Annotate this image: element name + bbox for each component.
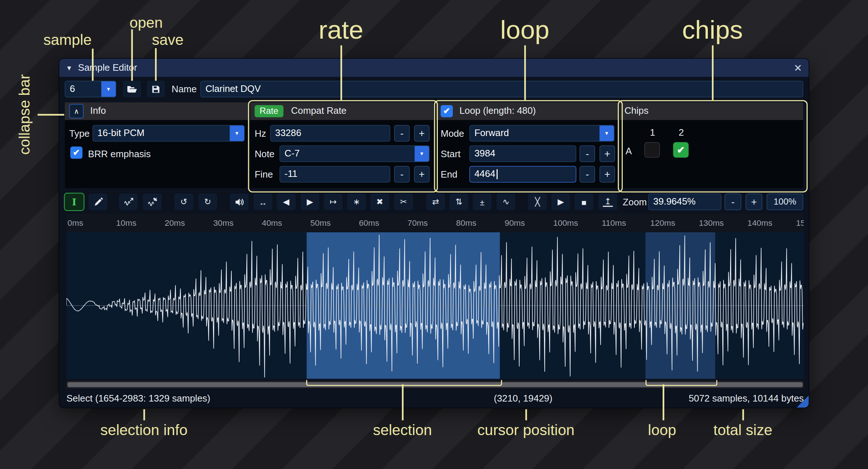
- page-background: ▼ Sample Editor ✕ 6 ▼ Name Clarinet DQV …: [0, 0, 868, 469]
- scrollbar-thumb[interactable]: [67, 382, 803, 387]
- hz-input[interactable]: 33286: [270, 125, 390, 142]
- select-tool-button[interactable]: I: [65, 194, 84, 210]
- fine-plus-button[interactable]: +: [414, 166, 429, 182]
- mode-label: Mode: [441, 128, 464, 139]
- fine-input[interactable]: -11: [279, 166, 390, 182]
- crossfade-loop-button[interactable]: ╳: [528, 194, 547, 210]
- loop-end-input[interactable]: 4464: [470, 166, 576, 182]
- apply-silence-button[interactable]: ∗: [347, 194, 366, 210]
- collapse-info-button[interactable]: ∧: [69, 104, 84, 118]
- annotation-rate: rate: [319, 14, 363, 44]
- stop-preview-button[interactable]: ■: [575, 194, 594, 210]
- mode-select[interactable]: Forward ▼: [470, 125, 615, 142]
- close-icon[interactable]: ✕: [794, 62, 802, 74]
- annotation-save: save: [152, 31, 184, 49]
- chip-row-label: A: [625, 146, 632, 157]
- loop-end-minus-button[interactable]: -: [580, 166, 595, 182]
- resize-grip[interactable]: [796, 395, 809, 407]
- zoom-in-button[interactable]: +: [746, 194, 763, 210]
- ruler-label: 140ms: [748, 218, 772, 228]
- fade-in-button[interactable]: ◀: [277, 194, 296, 210]
- hz-minus-button[interactable]: -: [394, 125, 409, 142]
- cross-icon: ✖: [376, 197, 383, 207]
- play-icon: ▶: [558, 197, 564, 207]
- info-panel-header: ∧ Info: [65, 102, 249, 120]
- zoom-reset-button[interactable]: 100%: [767, 194, 803, 210]
- stop-icon: ■: [582, 197, 587, 207]
- save-button[interactable]: [147, 81, 165, 97]
- sample-select[interactable]: 6 ▼: [65, 81, 116, 97]
- ruler-label: 30ms: [213, 218, 234, 228]
- open-button[interactable]: [123, 81, 141, 97]
- fine-value: -11: [285, 169, 297, 180]
- invert-button[interactable]: ⇅: [450, 194, 468, 210]
- type-select[interactable]: 16-bit PCM ▼: [92, 125, 244, 142]
- fine-minus-button[interactable]: -: [394, 166, 409, 182]
- name-value: Clarinet DQV: [205, 84, 261, 94]
- loop-panel: ✔ Loop (length: 480) Mode Forward ▼ Star…: [436, 102, 618, 188]
- note-label: Note: [255, 149, 275, 160]
- preview-button[interactable]: ▶: [551, 194, 570, 210]
- bar-arrow-icon: ↦: [330, 197, 337, 207]
- ruler-label: 80ms: [456, 218, 477, 228]
- text-cursor: [497, 169, 498, 179]
- sample-dropdown-icon[interactable]: ▼: [101, 81, 116, 97]
- resize-button[interactable]: [119, 194, 138, 210]
- i-beam-icon: I: [72, 196, 76, 207]
- status-total-size: 5072 samples, 10144 bytes: [689, 393, 804, 404]
- amplify-button[interactable]: [230, 194, 249, 210]
- insert-silence-button[interactable]: ↦: [324, 194, 343, 210]
- zoom-input[interactable]: 39.9645%: [648, 194, 721, 210]
- annotation-cursor-position: cursor position: [477, 422, 574, 439]
- scissors-icon: ✂: [400, 197, 407, 207]
- type-label: Type: [69, 128, 90, 139]
- redo-button[interactable]: ↻: [198, 194, 217, 210]
- trim-button[interactable]: ✂: [394, 194, 413, 210]
- loop-end-label: End: [441, 169, 458, 180]
- ruler-label: 40ms: [262, 218, 282, 228]
- normalize-button[interactable]: ↔: [254, 194, 273, 210]
- window-collapse-icon[interactable]: ▼: [66, 64, 73, 71]
- status-cursor-position: (3210, 19429): [494, 393, 552, 404]
- loop-enable-checkbox[interactable]: ✔: [441, 105, 453, 117]
- filter-button[interactable]: ∿: [497, 194, 516, 210]
- titlebar: ▼ Sample Editor ✕: [59, 59, 809, 77]
- zoom-out-button[interactable]: -: [725, 194, 741, 210]
- window-title: Sample Editor: [78, 62, 137, 73]
- triangle-left-icon: ◀: [283, 197, 290, 207]
- hz-plus-button[interactable]: +: [414, 125, 429, 142]
- ruler-label: 20ms: [165, 218, 185, 228]
- loop-start-minus-button[interactable]: -: [580, 146, 595, 162]
- loop-start-label: Start: [441, 149, 460, 160]
- name-input[interactable]: Clarinet DQV: [200, 81, 803, 97]
- type-dropdown-icon[interactable]: ▼: [230, 125, 244, 141]
- loop-end-value: 4464: [474, 169, 495, 180]
- resample-button[interactable]: [143, 194, 162, 210]
- note-dropdown-icon[interactable]: ▼: [414, 146, 429, 161]
- chip-a-2-checkbox[interactable]: ✔: [673, 142, 688, 158]
- note-select[interactable]: C-7 ▼: [279, 146, 429, 162]
- loop-end-plus-button[interactable]: +: [599, 166, 615, 182]
- delete-button[interactable]: ✖: [370, 194, 389, 210]
- chip-a-1-checkbox[interactable]: [644, 142, 660, 158]
- hz-value: 33286: [275, 128, 301, 139]
- annotation-collapse-bar: collapse bar: [16, 74, 34, 155]
- waveform-display[interactable]: [66, 232, 804, 379]
- zoom-value: 39.9645%: [653, 196, 695, 207]
- waveform-scrollbar[interactable]: [66, 381, 804, 388]
- brr-emphasis-checkbox[interactable]: ✔: [70, 147, 82, 159]
- undo-button[interactable]: ↺: [174, 194, 193, 210]
- chips-panel-title: Chips: [624, 106, 648, 117]
- loop-panel-header: ✔ Loop (length: 480): [436, 102, 618, 120]
- export-wavetable-button[interactable]: ↥: [598, 194, 617, 210]
- note-value: C-7: [285, 148, 300, 159]
- mode-dropdown-icon[interactable]: ▼: [599, 125, 614, 141]
- fade-out-button[interactable]: ▶: [301, 194, 320, 210]
- sign-flip-button[interactable]: ±: [473, 194, 492, 210]
- loop-start-plus-button[interactable]: +: [599, 146, 615, 162]
- ruler-label: 100ms: [553, 218, 578, 228]
- draw-tool-button[interactable]: [89, 194, 108, 210]
- reverse-button[interactable]: ⇄: [426, 194, 445, 210]
- fine-label: Fine: [255, 169, 273, 180]
- loop-start-input[interactable]: 3984: [470, 146, 576, 162]
